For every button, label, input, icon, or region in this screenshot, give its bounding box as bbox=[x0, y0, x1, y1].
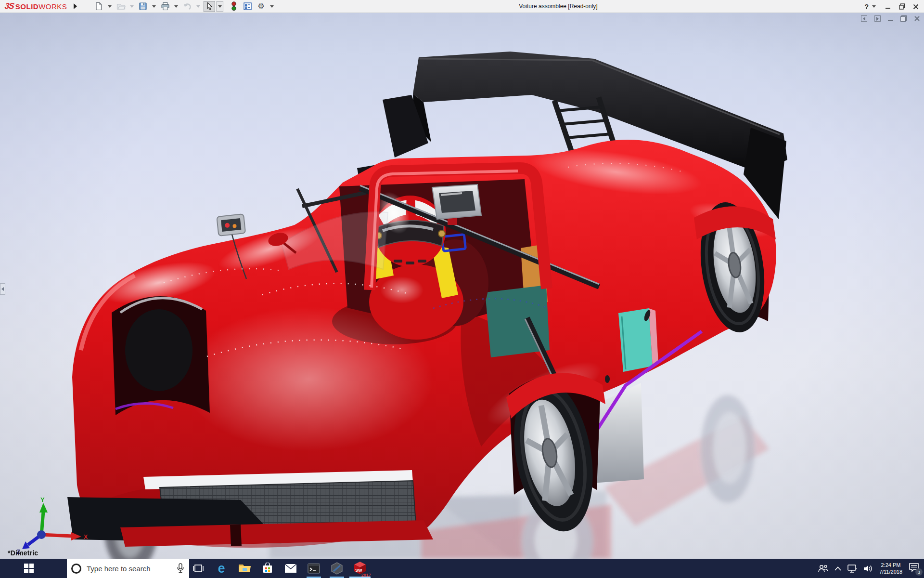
settings-button[interactable]: ⚙ bbox=[255, 1, 267, 12]
traffic-lights-icon bbox=[231, 1, 237, 11]
document-restore-button[interactable] bbox=[900, 15, 907, 22]
taskbar-hexagon-app-button[interactable] bbox=[325, 559, 348, 578]
headlight-detail[interactable] bbox=[217, 214, 245, 236]
taskbar-file-explorer-button[interactable] bbox=[233, 559, 256, 578]
brand-works: WORKS bbox=[38, 2, 67, 11]
cortana-icon[interactable] bbox=[71, 564, 81, 574]
edge-icon: e bbox=[218, 562, 225, 575]
splitter-slot bbox=[230, 525, 242, 546]
open-button[interactable] bbox=[115, 1, 127, 12]
microphone-icon[interactable] bbox=[177, 563, 184, 574]
minimize-icon bbox=[885, 4, 891, 10]
minimize-button[interactable] bbox=[885, 3, 891, 10]
clock[interactable]: 2:24 PM 7/11/2018 bbox=[879, 562, 902, 576]
select-caret-icon bbox=[218, 5, 222, 8]
system-tray: 2:24 PM 7/11/2018 3 bbox=[818, 559, 924, 578]
select-caret-button[interactable] bbox=[217, 1, 223, 12]
help-caret-icon[interactable] bbox=[872, 5, 876, 8]
windows-taskbar: Type here to search e bbox=[0, 559, 924, 578]
file-explorer-icon bbox=[238, 563, 251, 574]
print-caret-icon[interactable] bbox=[174, 5, 178, 8]
gear-icon: ⚙ bbox=[257, 2, 264, 10]
notification-badge: 3 bbox=[915, 568, 923, 576]
save-caret-icon[interactable] bbox=[152, 5, 156, 8]
solidworks-logo: 3S SOLID WORKS bbox=[0, 0, 71, 13]
display-pane-button[interactable] bbox=[242, 1, 253, 12]
store-icon bbox=[262, 563, 273, 574]
document-window-controls bbox=[861, 15, 920, 22]
select-cursor-icon bbox=[205, 2, 214, 11]
previous-window-button[interactable] bbox=[861, 15, 867, 22]
network-icon[interactable] bbox=[847, 565, 857, 573]
save-icon bbox=[139, 2, 147, 11]
open-caret-icon bbox=[130, 5, 134, 8]
selection-lights-button[interactable] bbox=[228, 1, 240, 12]
new-document-button[interactable] bbox=[93, 1, 104, 12]
hexagon-app-icon bbox=[331, 562, 343, 575]
brand-solid: SOLID bbox=[15, 2, 38, 11]
mail-icon bbox=[284, 564, 297, 573]
undo-caret-icon bbox=[196, 5, 200, 8]
clock-time: 2:24 PM bbox=[879, 562, 902, 568]
taskbar-command-prompt-button[interactable] bbox=[302, 559, 325, 578]
window-controls: ? bbox=[864, 0, 919, 13]
taskbar-store-button[interactable] bbox=[256, 559, 279, 578]
search-placeholder: Type here to search bbox=[87, 565, 151, 573]
window-title: Voiture assomblee [Read-only] bbox=[519, 3, 597, 10]
close-button[interactable] bbox=[912, 3, 919, 10]
taskbar-mail-button[interactable] bbox=[279, 559, 302, 578]
next-window-button[interactable] bbox=[874, 15, 881, 22]
start-button[interactable] bbox=[17, 559, 40, 578]
left-arrow-icon bbox=[863, 17, 865, 21]
new-document-icon bbox=[94, 2, 103, 11]
save-button[interactable] bbox=[137, 1, 149, 12]
open-icon bbox=[116, 2, 126, 11]
close-icon bbox=[913, 4, 919, 10]
task-view-button[interactable] bbox=[187, 559, 210, 578]
print-button[interactable] bbox=[159, 1, 171, 12]
help-button[interactable]: ? bbox=[864, 3, 869, 11]
windows-logo-icon bbox=[24, 564, 34, 573]
toolbar-flyout-button[interactable] bbox=[71, 1, 79, 12]
select-button[interactable] bbox=[204, 1, 215, 12]
taskbar-apps: e bbox=[187, 559, 372, 578]
print-icon bbox=[161, 2, 170, 11]
hidden-icons-chevron[interactable] bbox=[834, 566, 841, 571]
quick-access-toolbar: ⚙ bbox=[93, 1, 275, 12]
display-pane-icon bbox=[243, 2, 252, 11]
play-icon bbox=[74, 3, 77, 9]
reference-triad: Y X Z bbox=[13, 497, 94, 555]
right-arrow-icon bbox=[876, 17, 879, 21]
task-view-icon bbox=[193, 563, 204, 574]
settings-caret-icon[interactable] bbox=[270, 5, 274, 8]
people-icon[interactable] bbox=[818, 564, 828, 573]
document-minimize-button[interactable] bbox=[888, 20, 893, 21]
taskbar-solidworks-button[interactable]: SW 2017 bbox=[348, 559, 372, 578]
title-bar: 3S SOLID WORKS bbox=[0, 0, 924, 13]
volume-icon[interactable] bbox=[863, 565, 873, 573]
undo-button bbox=[181, 1, 193, 12]
taskbar-edge-button[interactable]: e bbox=[210, 559, 233, 578]
svg-text:SW: SW bbox=[355, 568, 362, 573]
restore-icon bbox=[899, 3, 905, 10]
view-orientation-label: *Dimetric bbox=[8, 549, 38, 557]
triad-x-label: X bbox=[84, 533, 88, 540]
triad-y-label: Y bbox=[40, 497, 45, 503]
document-close-button[interactable] bbox=[914, 15, 920, 22]
side-window-teal[interactable] bbox=[618, 308, 658, 372]
restore-button[interactable] bbox=[898, 3, 905, 10]
clock-date: 7/11/2018 bbox=[879, 568, 902, 575]
action-center-button[interactable]: 3 bbox=[909, 563, 919, 574]
ds-logo-mark: 3S bbox=[4, 1, 15, 11]
command-prompt-icon bbox=[308, 563, 320, 574]
race-car-model[interactable] bbox=[0, 13, 924, 559]
front-left-wheel-arch[interactable] bbox=[112, 296, 210, 415]
search-box[interactable]: Type here to search bbox=[67, 559, 189, 578]
graphics-viewport[interactable]: Y X Z *Dimetric bbox=[0, 13, 924, 559]
undo-icon bbox=[182, 2, 192, 11]
new-caret-icon[interactable] bbox=[108, 5, 112, 8]
